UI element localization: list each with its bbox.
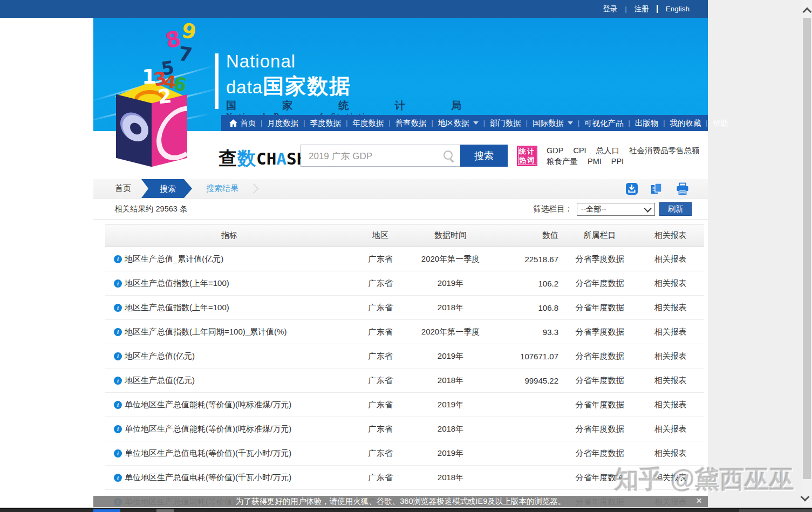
report-link[interactable]: 相关报表 (637, 351, 704, 361)
nav-item-1[interactable]: 月度数据 (262, 118, 303, 128)
table-row: i 地区生产总值指数(上年=100) 广东省 2019年 106.2 分省年度数… (105, 271, 704, 296)
brand-title-line2: data国家数据 (226, 72, 351, 101)
hot-word[interactable]: 社会消费品零售总额 (629, 145, 700, 156)
table-row: i 单位地区生产总值能耗(等价值)(吨标准煤/万元) 广东省 2018年 分省年… (105, 417, 704, 441)
hot-word[interactable]: CPI (573, 145, 586, 156)
notice-text: 为了获得更好的用户体验，请使用火狐、谷歌、360浏览器极速模式或IE9及以上版本… (236, 496, 565, 507)
nav-item-label: 地区数据 (438, 118, 469, 128)
nav-item-label: 首页 (240, 118, 256, 128)
region-cell: 广东省 (353, 473, 407, 483)
indicator-name: 地区生产总值指数(上年=100) (125, 278, 229, 289)
time-cell: 2019年 (407, 400, 494, 410)
nav-item-5[interactable]: 地区数据 (433, 118, 483, 128)
hot-words-line1: GDPCPI总人口社会消费品零售总额 (547, 145, 698, 156)
toolbar-actions (625, 182, 690, 195)
report-link[interactable]: 相关报表 (637, 424, 704, 434)
nav-item-11[interactable]: 帮助 (707, 118, 733, 128)
category-cell: 分省季度数据 (563, 327, 637, 337)
nav-item-label: 部门数据 (490, 118, 521, 128)
nav-item-3[interactable]: 年度数据 (347, 118, 388, 128)
info-icon[interactable]: i (114, 279, 122, 288)
breadcrumb-search-tab[interactable]: 搜索 (141, 179, 192, 198)
info-icon[interactable]: i (114, 255, 122, 263)
chashu-logo-cn: 查数 (219, 147, 256, 169)
category-cell: 分省年度数据 (563, 448, 637, 459)
browser-notice-bar: 为了获得更好的用户体验，请使用火狐、谷歌、360浏览器极速模式或IE9及以上版本… (93, 496, 708, 507)
refresh-button[interactable]: 刷新 (659, 202, 692, 216)
nav-item-2[interactable]: 季度数据 (305, 118, 346, 128)
region-cell: 广东省 (353, 327, 407, 337)
hot-word[interactable]: PPI (611, 156, 624, 167)
category-cell: 分省年度数据 (563, 473, 637, 483)
region-cell: 广东省 (353, 303, 407, 313)
indicator-name: 单位地区生产总值电耗(等价值)(千瓦小时/万元) (125, 473, 291, 483)
hot-words-line2: 粮食产量PMIPPI (547, 156, 698, 167)
table-row: i 单位地区生产总值电耗(等价值)(千瓦小时/万元) 广东省 2019年 分省年… (105, 441, 704, 466)
nav-item-0[interactable]: 首页 (224, 118, 261, 128)
info-icon[interactable]: i (114, 328, 122, 336)
report-link[interactable]: 相关报表 (637, 376, 704, 386)
brand-divider (215, 53, 219, 109)
nav-item-6[interactable]: 部门数据 (485, 118, 526, 128)
value-cell: 106.2 (494, 279, 563, 288)
search-input[interactable] (308, 145, 439, 167)
info-icon[interactable]: i (114, 352, 122, 360)
report-link[interactable]: 相关报表 (637, 327, 704, 337)
close-icon[interactable]: × (693, 495, 705, 507)
breadcrumb-home[interactable]: 首页 (115, 183, 131, 194)
search-button[interactable]: 搜索 (460, 145, 508, 167)
nav-item-label: 月度数据 (267, 118, 298, 128)
nav-item-9[interactable]: 出版物 (630, 118, 664, 128)
nav-item-label: 普查数据 (395, 118, 427, 128)
info-icon[interactable]: i (114, 449, 122, 458)
filter-label: 筛选栏目： (534, 204, 573, 214)
time-cell: 2018年 (407, 424, 494, 434)
hot-word[interactable]: 总人口 (596, 145, 620, 156)
vertical-scrollbar-thumb[interactable] (803, 18, 811, 479)
brand-title-line1: National (226, 51, 296, 72)
info-icon[interactable]: i (114, 401, 122, 409)
breadcrumb-search-result[interactable]: 搜索结果 (206, 183, 238, 194)
indicator-name: 地区生产总值(亿元) (125, 351, 195, 361)
copy-icon[interactable] (650, 182, 664, 195)
screen: 登录 | 注册 English National data国家数据 国 家 统 … (0, 0, 812, 512)
nav-item-4[interactable]: 普查数据 (391, 118, 432, 128)
hot-word[interactable]: 粮食产量 (547, 156, 578, 167)
info-icon[interactable]: i (114, 474, 122, 482)
time-cell: 2019年 (407, 278, 494, 289)
region-cell: 广东省 (353, 424, 407, 434)
login-link[interactable]: 登录 (603, 4, 617, 14)
nav-item-10[interactable]: 我的收藏 (665, 118, 706, 128)
nav-item-8[interactable]: 可视化产品 (579, 118, 629, 128)
report-link[interactable]: 相关报表 (637, 448, 704, 459)
print-icon[interactable] (675, 182, 690, 195)
english-link[interactable]: English (666, 5, 690, 13)
table-row: i 地区生产总值_累计值(亿元) 广东省 2020年第一季度 22518.67 … (105, 247, 704, 271)
results-table-body: i 地区生产总值_累计值(亿元) 广东省 2020年第一季度 22518.67 … (105, 247, 704, 512)
brand-title-en: data (226, 77, 263, 97)
report-link[interactable]: 相关报表 (637, 473, 704, 483)
download-icon[interactable] (625, 182, 638, 195)
report-link[interactable]: 相关报表 (637, 303, 704, 313)
value-cell: 107671.07 (494, 352, 563, 361)
time-cell: 2019年 (407, 448, 494, 459)
filter-select[interactable]: --全部-- (577, 203, 655, 216)
report-link[interactable]: 相关报表 (637, 400, 704, 410)
info-icon[interactable]: i (114, 377, 122, 385)
info-icon[interactable]: i (114, 304, 122, 312)
report-link[interactable]: 相关报表 (637, 278, 704, 289)
table-header-row: 指标 地区 数据时间 数值 所属栏目 相关报表 (105, 224, 704, 247)
hot-words: GDPCPI总人口社会消费品零售总额 粮食产量PMIPPI (547, 145, 698, 167)
region-cell: 广东省 (353, 448, 407, 459)
hot-word[interactable]: GDP (547, 145, 563, 156)
region-cell: 广东省 (353, 376, 407, 386)
report-link[interactable]: 相关报表 (637, 254, 704, 264)
bottom-bar-blue-segment (93, 509, 120, 512)
table-row: i 单位地区生产总值能耗(等价值)(吨标准煤/万元) 广东省 2019年 分省年… (105, 393, 704, 417)
info-icon[interactable]: i (114, 425, 122, 433)
search-magnifier-icon[interactable] (443, 151, 453, 160)
chevron-down-icon (568, 121, 573, 125)
register-link[interactable]: 注册 (634, 4, 649, 14)
hot-word[interactable]: PMI (588, 156, 602, 167)
nav-item-7[interactable]: 国际数据 (528, 118, 578, 128)
